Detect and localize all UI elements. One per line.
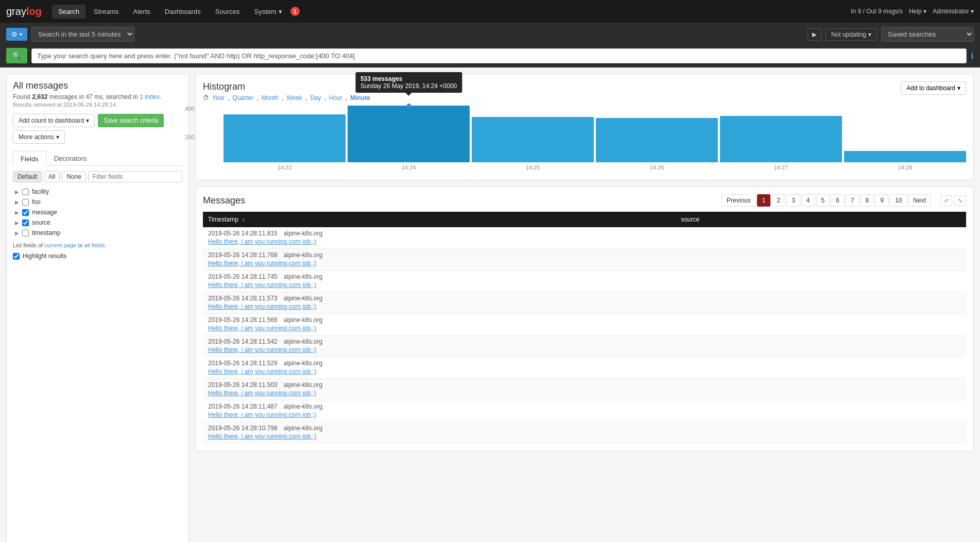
not-updating-button[interactable]: Not updating ▾ xyxy=(826,28,877,41)
search-info-icon[interactable]: ℹ xyxy=(971,51,974,61)
chart-bar-hovered[interactable]: 533 messages Sunday 26 May 2019, 14:24 +… xyxy=(348,106,470,162)
table-row: 2019-05-26 14:28:11.745 alpine-k8s.org H… xyxy=(203,270,966,292)
chart-bar[interactable] xyxy=(844,151,966,162)
msg-text[interactable]: Hello there, i am you running corn job ;… xyxy=(208,281,316,289)
next-page-button[interactable]: Next xyxy=(908,194,931,207)
results-time: Results retrieved at 2019-05-26 14:28:14… xyxy=(13,101,182,108)
msg-timestamp: 2019-05-26 14:28:11.487 xyxy=(208,403,278,410)
x-label: 14:24 xyxy=(348,164,470,171)
field-checkbox-source[interactable] xyxy=(22,219,29,226)
expand-icon[interactable]: ▶ xyxy=(15,220,19,226)
add-count-button[interactable]: Add count to dashboard ▾ xyxy=(13,114,95,127)
page-2-button[interactable]: 2 xyxy=(771,194,785,207)
sort-icon: ↕ xyxy=(242,217,245,223)
field-checkbox-facility[interactable] xyxy=(22,189,29,195)
msg-text[interactable]: Hello there, i am you running corn job ;… xyxy=(208,303,316,310)
nav-system[interactable]: System ▾ xyxy=(248,5,288,19)
all-fields-link[interactable]: all fields xyxy=(84,242,105,248)
nav-alerts[interactable]: Alerts xyxy=(127,5,157,19)
page-4-button[interactable]: 4 xyxy=(801,194,815,207)
tooltip-dot xyxy=(407,104,411,108)
msg-text[interactable]: Hello there, i am you running corn job ;… xyxy=(208,325,316,332)
page-10-button[interactable]: 10 xyxy=(890,194,907,207)
logo[interactable]: graylog xyxy=(6,6,42,18)
nav-streams[interactable]: Streams xyxy=(88,5,125,19)
col-source: source xyxy=(676,212,966,227)
nav-search[interactable]: Search xyxy=(52,5,85,19)
index-link[interactable]: 1 index xyxy=(140,93,160,100)
highlight-checkbox[interactable] xyxy=(13,253,20,260)
msg-text[interactable]: Hello there, i am you running corn job ;… xyxy=(208,368,316,375)
time-day[interactable]: Day xyxy=(310,94,321,101)
add-to-dashboard-button[interactable]: Add to dashboard ▾ xyxy=(901,81,966,95)
page-9-button[interactable]: 9 xyxy=(875,194,889,207)
help-link[interactable]: Help ▾ xyxy=(909,8,926,15)
fields-search-input[interactable] xyxy=(88,171,182,182)
chart-bar[interactable] xyxy=(223,114,346,163)
col-timestamp[interactable]: Timestamp ↕ xyxy=(203,212,676,227)
chart-x-labels: 14:23 14:24 14:25 14:26 14:27 14:28 xyxy=(223,164,966,171)
nav-sources[interactable]: Sources xyxy=(209,5,246,19)
search-config-button[interactable]: ⚙ ▾ xyxy=(6,28,27,41)
chart-bars[interactable]: 533 messages Sunday 26 May 2019, 14:24 +… xyxy=(223,106,966,162)
x-label: 14:25 xyxy=(472,164,594,171)
histogram-chart: 400 200 533 messages Sunday 26 May 2019,… xyxy=(203,106,966,173)
current-page-link[interactable]: current page xyxy=(44,242,76,248)
msg-text[interactable]: Hello there, i am you running corn job ;… xyxy=(208,411,316,418)
page-3-button[interactable]: 3 xyxy=(786,194,800,207)
page-1-button[interactable]: 1 xyxy=(757,194,771,207)
fields-filter-row: Default All None xyxy=(13,171,182,182)
nav-dashboards[interactable]: Dashboards xyxy=(159,5,207,19)
chart-bar[interactable] xyxy=(720,116,842,162)
field-checkbox-message[interactable] xyxy=(22,209,29,216)
left-panel: All messages Found 2,632 messages in 47 … xyxy=(6,74,189,542)
expand-all-button[interactable]: ⤢ xyxy=(940,195,952,206)
saved-searches-select[interactable]: Saved searches xyxy=(881,27,974,42)
collapse-all-button[interactable]: ⤡ xyxy=(954,195,966,206)
save-search-button[interactable]: Save search criteria xyxy=(98,114,164,127)
msg-source: alpine-k8s.org xyxy=(284,230,322,237)
msg-text[interactable]: Hello there, i am you running corn job ;… xyxy=(208,389,316,397)
time-week[interactable]: Week xyxy=(286,94,302,101)
page-5-button[interactable]: 5 xyxy=(816,194,830,207)
msg-text[interactable]: Hello there, i am you running corn job ;… xyxy=(208,238,316,245)
filter-default-button[interactable]: Default xyxy=(13,171,42,182)
filter-none-button[interactable]: None xyxy=(62,171,86,182)
expand-icon[interactable]: ▶ xyxy=(15,189,19,195)
chart-bar[interactable] xyxy=(596,118,718,162)
time-hour[interactable]: Hour xyxy=(329,94,342,101)
filter-all-button[interactable]: All xyxy=(44,171,60,182)
msg-timestamp: 2019-05-26 14:28:11.745 xyxy=(208,273,278,280)
messages-title: Messages xyxy=(203,195,716,206)
time-month[interactable]: Month xyxy=(262,94,279,101)
field-checkbox-timestamp[interactable] xyxy=(22,230,29,236)
page-6-button[interactable]: 6 xyxy=(831,194,845,207)
prev-page-button[interactable]: Previous xyxy=(721,194,756,207)
msg-text[interactable]: Hello there, i am you running corn job ;… xyxy=(208,433,316,440)
search-submit-button[interactable]: 🔍 xyxy=(6,48,27,63)
search-input[interactable] xyxy=(31,48,967,63)
expand-icon[interactable]: ▶ xyxy=(15,230,19,236)
tab-decorators[interactable]: Decorators xyxy=(46,151,95,165)
page-8-button[interactable]: 8 xyxy=(861,194,874,207)
time-range-select[interactable]: Search in the last 5 minutes xyxy=(31,27,134,42)
clock-icon: ⏱ xyxy=(203,94,209,101)
msg-text[interactable]: Hello there, i am you running corn job ;… xyxy=(208,346,316,353)
chart-bar[interactable] xyxy=(472,117,594,162)
time-quarter[interactable]: Quarter xyxy=(233,94,254,101)
field-checkbox-foo[interactable] xyxy=(22,199,29,206)
time-year[interactable]: Year xyxy=(212,94,225,101)
more-actions-button[interactable]: More actions ▾ xyxy=(13,130,65,144)
expand-icon[interactable]: ▶ xyxy=(15,210,19,215)
table-row: 2019-05-26 14:28:11.573 alpine-k8s.org H… xyxy=(203,292,966,314)
tab-fields[interactable]: Fields xyxy=(13,151,46,166)
play-button[interactable]: ▶ xyxy=(807,28,821,41)
admin-link[interactable]: Administrator ▾ xyxy=(933,8,974,15)
time-minute[interactable]: Minute xyxy=(350,94,370,101)
page-7-button[interactable]: 7 xyxy=(846,194,859,207)
msg-timestamp: 2019-05-26 14:28:11.503 xyxy=(208,381,278,388)
msg-timestamp: 2019-05-26 14:28:11.573 xyxy=(208,295,278,302)
add-dashboard-caret-icon: ▾ xyxy=(957,84,960,92)
expand-icon[interactable]: ▶ xyxy=(15,199,19,205)
msg-text[interactable]: Hello there, i am you running corn job ;… xyxy=(208,260,316,267)
